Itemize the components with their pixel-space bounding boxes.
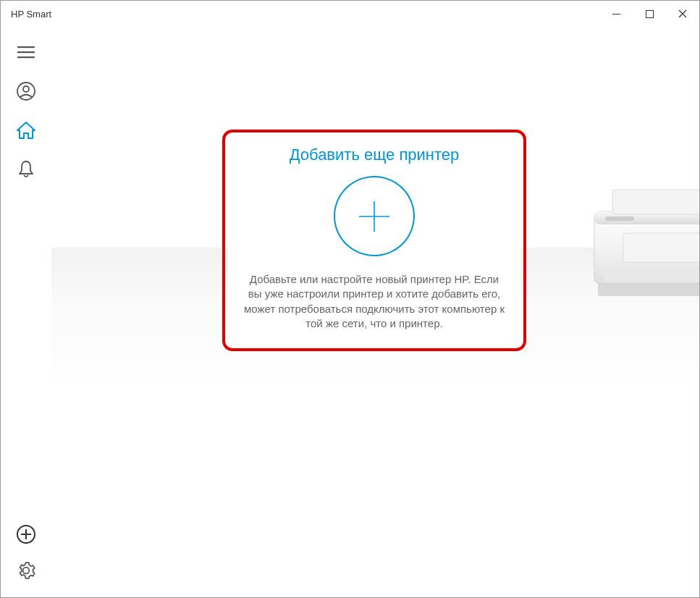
svg-rect-0 xyxy=(612,14,620,14)
printer-image[interactable] xyxy=(583,172,699,316)
svg-rect-6 xyxy=(17,56,35,58)
printer-icon xyxy=(583,172,699,316)
main-content: Добавить еще принтер Добавьте или настро… xyxy=(51,27,699,597)
window-controls xyxy=(599,1,699,27)
plus-circle-icon xyxy=(16,524,36,544)
sidebar xyxy=(1,27,51,597)
hamburger-menu-button[interactable] xyxy=(15,41,37,63)
svg-point-8 xyxy=(23,86,29,92)
account-button[interactable] xyxy=(15,80,37,102)
card-description: Добавьте или настройте новый принтер HP.… xyxy=(243,272,506,331)
account-icon xyxy=(17,82,35,101)
add-printer-plus-button[interactable] xyxy=(334,176,415,256)
minimize-button[interactable] xyxy=(599,1,633,27)
close-icon xyxy=(678,9,687,18)
svg-rect-5 xyxy=(17,51,35,53)
sidebar-bottom xyxy=(15,523,37,597)
minimize-icon xyxy=(612,14,620,14)
svg-rect-16 xyxy=(612,190,699,214)
maximize-button[interactable] xyxy=(633,1,666,27)
titlebar: HP Smart xyxy=(1,1,699,27)
app-body: Добавить еще принтер Добавьте или настро… xyxy=(1,27,699,597)
app-window: HP Smart xyxy=(0,0,700,598)
home-icon xyxy=(16,121,36,140)
gear-icon xyxy=(17,561,35,580)
bell-icon xyxy=(17,159,35,180)
svg-rect-17 xyxy=(604,266,699,282)
window-title: HP Smart xyxy=(11,9,599,20)
settings-button[interactable] xyxy=(15,560,37,581)
notifications-button[interactable] xyxy=(15,159,37,180)
svg-rect-1 xyxy=(646,10,653,17)
add-printer-card[interactable]: Добавить еще принтер Добавьте или настро… xyxy=(228,135,520,345)
hamburger-icon xyxy=(17,45,35,59)
svg-rect-18 xyxy=(623,233,699,262)
svg-rect-4 xyxy=(17,46,35,48)
maximize-icon xyxy=(646,10,654,18)
plus-icon xyxy=(356,198,392,235)
svg-rect-15 xyxy=(605,216,634,221)
home-button[interactable] xyxy=(15,119,37,141)
close-button[interactable] xyxy=(666,1,699,27)
card-title: Добавить еще принтер xyxy=(290,146,460,164)
add-printer-button[interactable] xyxy=(15,523,37,545)
